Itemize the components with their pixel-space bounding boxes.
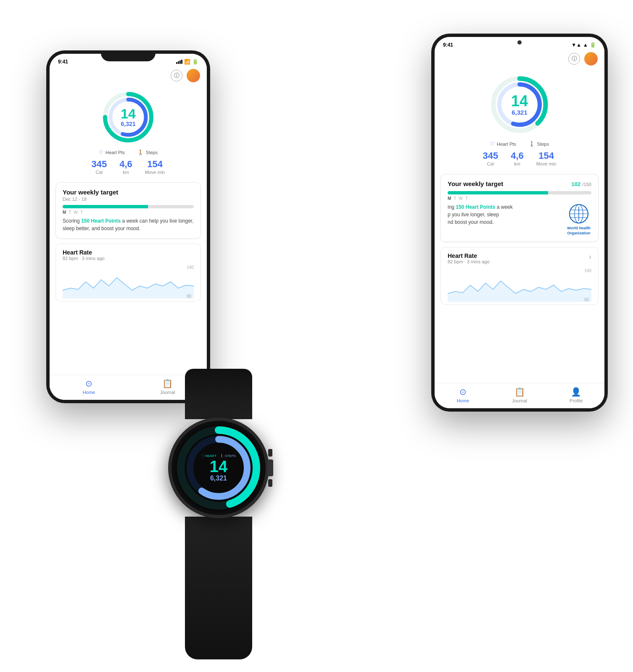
back-phone: 9:41 📶 🔋 ⓘ (46, 50, 210, 403)
ring-container-back: 14 6,321 (101, 90, 156, 144)
metrics-labels-front: ♡ Heart Pts 🚶 Steps (435, 139, 604, 149)
who-name-text: World Health Organization (566, 226, 591, 236)
signal-icon-front: ▲ (583, 42, 588, 48)
move-stat-back: 154 Move min (145, 159, 165, 175)
info-icon-front[interactable]: ⓘ (568, 53, 580, 65)
hr-labels-front: 140 80 (584, 268, 591, 302)
heart-icon-back: ♡ (99, 150, 103, 155)
stats-row-front: 345 Cal 4,6 km 154 Move min (435, 149, 604, 171)
ring-small-num-front: 6,321 (511, 109, 528, 116)
who-logo (568, 203, 589, 224)
weekly-target-card-back: Your weekly target Dec 12 - 19 M T W T (55, 182, 201, 239)
profile-icon-front: 👤 (571, 387, 581, 397)
status-time-back: 9:41 (58, 59, 68, 65)
heart-rate-card-back: Heart Rate 82 bpm · 3 mins ago 140 80 (55, 244, 201, 302)
nav-journal-front[interactable]: 📋 Journal (491, 387, 548, 403)
avatar-back[interactable] (187, 69, 200, 82)
home-icon-back: ⊙ (85, 378, 92, 388)
steps-label-front: 🚶 Steps (529, 141, 549, 147)
watch-sub-num: 6,321 (201, 475, 236, 482)
top-bar-front: ⓘ (435, 50, 604, 69)
heart-pts-label-front: ♡ Heart Pts (490, 141, 516, 147)
metrics-labels-back: ♡ Heart Pts 🚶 Steps (50, 147, 207, 157)
watch-crown (267, 459, 273, 476)
svg-marker-16 (448, 281, 591, 302)
journal-icon-front: 📋 (514, 387, 525, 397)
heart-pts-label-back: ♡ Heart Pts (99, 150, 125, 155)
ring-center-back: 14 6,321 (121, 107, 136, 127)
ring-big-num-front: 14 (511, 94, 528, 109)
info-icon-back[interactable]: ⓘ (171, 70, 182, 81)
home-icon-front: ⊙ (459, 387, 467, 397)
week-progress-front: M T W T (448, 191, 591, 201)
nav-home-front[interactable]: ⊙ Home (435, 387, 491, 403)
steps-icon-front: 🚶 (529, 141, 535, 147)
ring-container-front: 14 6,321 (488, 73, 551, 136)
front-phone: 9:41 ▼▲ ▲ 🔋 ⓘ (431, 34, 608, 412)
weekly-title-front: Your weekly target (448, 180, 503, 187)
highlight-back: 150 Heart Points (81, 218, 121, 224)
hr-chart-front: 140 80 (448, 268, 591, 302)
watch-band-bottom (185, 517, 252, 659)
watch-labels: ♡ HEART 🚶 STEPS (201, 454, 236, 458)
watch-btn-top (268, 449, 272, 457)
watch-btn-bottom (268, 479, 272, 487)
ring-big-num-back: 14 (121, 107, 136, 121)
ring-section-front: 14 6,321 (435, 69, 604, 139)
heart-icon-front: ♡ (490, 141, 495, 147)
hr-labels-back: 140 80 (187, 265, 194, 299)
notch (101, 50, 156, 61)
cal-stat-front: 345 Cal (483, 150, 498, 166)
heart-rate-card-front: Heart Rate 82 bpm · 3 mins ago › 140 80 (440, 247, 599, 305)
weekly-title-back: Your weekly target (63, 189, 118, 196)
card-body-who: ing 150 Heart Points a week p you live l… (448, 203, 591, 236)
watch: ♡ HEART 🚶 STEPS 14 6,321 (156, 369, 282, 659)
battery-icon-front: 🔋 (590, 42, 596, 48)
ring-center-front: 14 6,321 (511, 94, 528, 116)
signal-icon (176, 60, 182, 64)
ring-small-num-back: 6,321 (121, 121, 136, 127)
watch-face: ♡ HEART 🚶 STEPS 14 6,321 (174, 424, 263, 512)
watch-band-top (185, 369, 252, 419)
battery-icon: 🔋 (192, 59, 198, 65)
front-camera (517, 40, 522, 45)
watch-center: ♡ HEART 🚶 STEPS 14 6,321 (201, 454, 236, 482)
watch-body: ♡ HEART 🚶 STEPS 14 6,321 (168, 417, 269, 518)
nav-profile-front[interactable]: 👤 Profile (548, 387, 604, 403)
weekly-body-front: ing 150 Heart Points a week p you live l… (448, 203, 562, 226)
cal-stat-back: 345 Cal (92, 159, 107, 175)
status-time-front: 9:41 (443, 42, 453, 48)
status-icons-back: 📶 🔋 (176, 59, 198, 65)
status-icons-front: ▼▲ ▲ 🔋 (571, 42, 596, 48)
hr-title-front: Heart Rate (448, 252, 490, 259)
front-phone-screen: 9:41 ▼▲ ▲ 🔋 ⓘ (435, 37, 604, 408)
hr-subtitle-back: 82 bpm · 3 mins ago (63, 256, 105, 261)
stats-row-back: 345 Cal 4,6 km 154 Move min (50, 157, 207, 180)
hr-title-back: Heart Rate (63, 249, 105, 256)
move-stat-front: 154 Move min (536, 150, 557, 166)
card-score-max: /150 (583, 182, 591, 187)
km-stat-front: 4,6 km (511, 150, 524, 166)
wifi-icon-front: ▼▲ (571, 42, 581, 48)
wifi-icon: 📶 (184, 59, 190, 65)
back-phone-screen: 9:41 📶 🔋 ⓘ (50, 54, 207, 400)
hr-arrow-front[interactable]: › (589, 252, 591, 261)
weekly-target-card-front: Your weekly target 102 /150 M T W (440, 174, 599, 242)
watch-steps-label: 🚶 STEPS (220, 454, 236, 458)
svg-marker-4 (63, 278, 194, 299)
avatar-front[interactable] (584, 52, 598, 66)
scene: 9:41 📶 🔋 ⓘ (0, 0, 633, 672)
top-bar-back: ⓘ (50, 67, 207, 86)
steps-icon-back: 🚶 (137, 150, 144, 155)
week-progress-back: M T W T (63, 205, 194, 215)
hr-subtitle-front: 82 bpm · 3 mins ago (448, 259, 490, 264)
nav-home-back[interactable]: ⊙ Home (50, 378, 128, 395)
card-score-front: 102 (571, 181, 580, 187)
watch-big-num: 14 (201, 459, 236, 475)
bottom-nav-front: ⊙ Home 📋 Journal 👤 Profile (435, 383, 604, 408)
watch-heart-label: ♡ HEART (201, 454, 216, 458)
hr-chart-back: 140 80 (63, 265, 194, 299)
weekly-body-back: Scoring 150 Heart Points a week can help… (63, 217, 194, 232)
ring-section-back: 14 6,321 (50, 86, 207, 147)
km-stat-back: 4,6 km (119, 159, 132, 175)
